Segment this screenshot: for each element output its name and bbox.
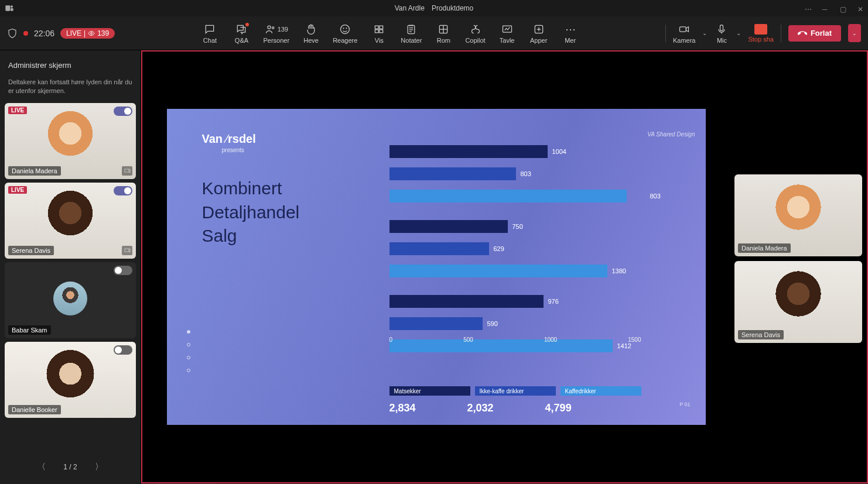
participant-name: Daniela Madera [738,243,791,253]
shared-screen-outline: Van ∕rsdel presents Kombinert Detaljhand… [141,50,868,483]
whiteboard-button[interactable]: Tavle [497,23,517,44]
avatar [53,282,87,315]
spotlight-toggle[interactable] [114,345,132,355]
chat-icon [204,23,216,36]
hand-icon [305,23,317,36]
svg-point-3 [91,32,93,34]
svg-point-1 [11,5,13,8]
more-button[interactable]: ⋯Mer [561,23,580,44]
stop-share-button[interactable]: ✕Stop sha [748,24,773,43]
apps-button[interactable]: Apper [529,23,549,44]
svg-rect-17 [680,26,686,31]
qa-button[interactable]: Q&A [231,23,251,44]
window-titlebar: Van Ardle Produktdemo ⋯ ─ ▢ ✕ [0,0,868,16]
svg-point-7 [343,28,344,28]
view-button[interactable]: Vis [369,23,389,44]
rooms-icon [438,23,449,36]
more-icon[interactable]: ⋯ [805,5,811,11]
svg-rect-12 [380,29,383,32]
smile-icon [339,23,351,36]
chart-legend: Matsekker Ikke-kaffe drikker Kaffedrikke… [389,386,641,396]
participant-thumbnail[interactable]: Danielle Booker [5,342,136,418]
notes-button[interactable]: Notater [401,23,422,44]
share-icon[interactable] [122,166,132,176]
sidebar-title: Administrer skjerm [5,55,136,78]
chart-totals: 2,834 2,032 4,799 [389,402,572,414]
whiteboard-icon [501,23,513,36]
svg-rect-20 [125,249,129,252]
people-icon: 139 [265,23,288,36]
slide-nav-dots [187,330,190,372]
slide-watermark: VA Shared Design [647,131,695,138]
sidebar-info: Deltakere kan fortsatt høre lyden din nå… [5,78,136,103]
more-horizontal-icon: ⋯ [565,23,576,36]
rooms-button[interactable]: Rom [433,23,453,44]
bar-chart: 1004 803 803 750 629 1380 976 590 1412 0… [389,144,682,343]
react-button[interactable]: Reagere [333,23,357,44]
people-button[interactable]: 139Personer [263,23,289,44]
chevron-down-icon[interactable]: ⌄ [736,30,741,36]
slide-page-number: P 01 [679,401,690,407]
participant-thumbnail[interactable]: Serena Davis [734,261,862,343]
svg-rect-11 [375,29,379,32]
app-icon [5,4,14,13]
live-tag: LIVE [8,186,27,194]
right-participant-strip: Daniela Madera Serena Davis [730,169,867,482]
spotlight-toggle[interactable] [114,107,132,116]
participant-thumbnail[interactable]: LIVE Daniela Madera [5,103,136,179]
thumbnail-pager: 〈 1 / 2 〉 [5,455,136,479]
meeting-toolbar: 22:06 LIVE | 139 Chat Q&A 139Personer He… [0,16,868,50]
svg-point-4 [268,26,271,29]
meeting-timer: 22:06 [34,29,54,38]
svg-rect-10 [380,26,383,29]
copilot-icon [470,23,481,36]
camera-button[interactable]: Kamera [673,23,696,44]
svg-rect-19 [125,169,129,172]
stop-share-icon: ✕ [754,24,767,35]
live-tag: LIVE [8,107,27,114]
participant-thumbnail[interactable]: Daniela Madera [734,174,862,256]
participant-name: Danielle Booker [8,405,61,414]
manage-screen-sidebar: Administrer skjerm Deltakere kan fortsat… [0,50,141,483]
mic-button[interactable]: Mic [714,23,729,44]
close-icon[interactable]: ✕ [857,5,863,11]
presentation-stage: Van ∕rsdel presents Kombinert Detaljhand… [142,52,730,482]
participant-thumbnail[interactable]: LIVE Serena Davis [5,183,136,259]
leave-dropdown[interactable]: ⌄ [848,24,861,42]
maximize-icon[interactable]: ▢ [840,5,846,11]
meeting-name: Produktdemo [432,4,473,12]
spotlight-toggle[interactable] [114,266,132,275]
copilot-button[interactable]: Copilot [465,23,485,44]
camera-icon [678,23,690,36]
org-name: Van Ardle [395,4,425,12]
leave-button[interactable]: Forlat [788,25,841,42]
minimize-icon[interactable]: ─ [822,5,828,11]
mic-icon [716,23,727,36]
svg-rect-9 [375,26,379,29]
participant-thumbnail[interactable]: Babar Skam [5,262,136,338]
spotlight-toggle[interactable] [114,186,132,195]
svg-rect-2 [11,8,13,11]
participant-name: Serena Davis [738,330,784,339]
live-badge[interactable]: LIVE | 139 [60,28,115,39]
svg-point-6 [341,25,350,33]
chevron-down-icon[interactable]: ⌄ [702,30,707,36]
prev-page-button[interactable]: 〈 [37,462,46,472]
svg-point-5 [272,26,274,28]
participant-name: Daniela Madera [8,166,61,176]
chat-button[interactable]: Chat [200,23,220,44]
raise-hand-button[interactable]: Heve [301,23,321,44]
shield-icon[interactable] [7,28,18,39]
record-indicator-icon [23,31,28,36]
next-page-button[interactable]: 〉 [95,462,103,472]
share-icon[interactable] [122,246,132,255]
page-indicator: 1 / 2 [63,463,77,471]
plus-icon [533,23,545,36]
main-area: Administrer skjerm Deltakere kan fortsat… [0,50,868,483]
svg-rect-18 [720,25,723,30]
x-axis: 050010001500 [389,337,641,343]
participant-name: Serena Davis [8,246,54,255]
slide: Van ∕rsdel presents Kombinert Detaljhand… [167,109,706,425]
participant-name: Babar Skam [8,325,51,335]
grid-icon [373,23,385,36]
